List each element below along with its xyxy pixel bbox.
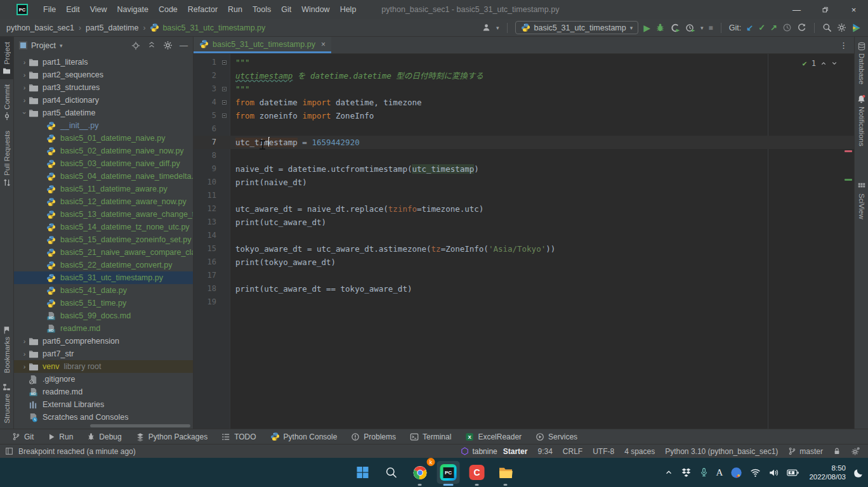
tree-chevron-icon[interactable]: › bbox=[20, 84, 29, 91]
menu-edit[interactable]: Edit bbox=[61, 0, 85, 19]
fold-marker-icon[interactable] bbox=[222, 60, 227, 65]
stripe-item-pull-requests[interactable]: Pull Requests bbox=[0, 126, 13, 192]
file-encoding[interactable]: UTF-8 bbox=[593, 447, 614, 456]
toolwindow-button-excelreader[interactable]: XExcelReader bbox=[458, 429, 529, 444]
profiler-button[interactable] bbox=[685, 23, 695, 33]
tree-horizontal-scrollbar[interactable] bbox=[90, 424, 190, 427]
debug-button[interactable] bbox=[655, 23, 665, 32]
update-project-button[interactable]: ↙ bbox=[746, 23, 753, 32]
menu-file[interactable]: File bbox=[38, 0, 61, 19]
toolwindow-button-problems[interactable]: Problems bbox=[344, 429, 403, 444]
editor-body[interactable]: 1"""2utctimestamp を datetime.datetime 型の… bbox=[194, 54, 854, 429]
tab-basic5-31-utc-timestamp[interactable]: basic5_31_utc_timestamp.py × bbox=[194, 37, 331, 53]
fold-marker-icon[interactable] bbox=[222, 100, 227, 105]
prev-problem-icon[interactable] bbox=[820, 60, 827, 67]
lock-icon[interactable] bbox=[833, 447, 841, 455]
git-branch-widget[interactable]: master bbox=[788, 447, 823, 456]
wifi-icon[interactable] bbox=[750, 468, 761, 477]
tree-item-external-libraries[interactable]: External Libraries bbox=[14, 398, 193, 411]
battery-icon[interactable] bbox=[787, 469, 799, 477]
project-panel-title[interactable]: Project bbox=[31, 41, 56, 50]
tree-item-part7-str[interactable]: ›part7_str bbox=[14, 347, 193, 360]
tree-item-gitignore[interactable]: .gitignore bbox=[14, 373, 193, 386]
plugin-logo-icon[interactable] bbox=[852, 23, 862, 33]
code-line-6[interactable]: 6 bbox=[194, 122, 854, 136]
menu-tools[interactable]: Tools bbox=[247, 0, 276, 19]
taskbar-search-icon[interactable] bbox=[380, 461, 403, 484]
tree-chevron-icon[interactable]: › bbox=[21, 109, 29, 117]
run-configuration-select[interactable]: basic5_31_utc_timestamp ▾ bbox=[515, 21, 639, 34]
settings-gear-icon[interactable] bbox=[837, 23, 846, 32]
tree-item-basic5-03-datetime-naive-diff-py[interactable]: basic5_03_datetime_naive_diff.py bbox=[14, 157, 193, 170]
stripe-item-commit[interactable]: Commit bbox=[0, 79, 13, 126]
tabnine-widget[interactable]: tabnine Starter bbox=[461, 447, 527, 456]
menu-code[interactable]: Code bbox=[154, 0, 183, 19]
tree-item-part2-sequences[interactable]: ›part2_sequences bbox=[14, 68, 193, 81]
tree-item-readme-md-26[interactable]: MDreadme.md bbox=[14, 386, 193, 398]
pycharm-taskbar-icon[interactable]: PC bbox=[437, 461, 460, 484]
tree-chevron-icon[interactable]: › bbox=[20, 71, 29, 79]
file-explorer-icon[interactable] bbox=[494, 461, 517, 484]
tree-chevron-icon[interactable]: › bbox=[20, 350, 29, 358]
line-number-16[interactable]: 16 bbox=[194, 256, 230, 269]
menu-refactor[interactable]: Refactor bbox=[183, 0, 223, 19]
code-line-14[interactable]: 14 bbox=[194, 229, 854, 242]
search-everywhere-icon[interactable] bbox=[822, 23, 832, 32]
microphone-icon[interactable] bbox=[699, 467, 709, 477]
python-interpreter[interactable]: Python 3.10 (python_basic_sec1) bbox=[665, 447, 778, 456]
next-problem-icon[interactable] bbox=[831, 60, 838, 67]
chevron-down-icon[interactable]: ▾ bbox=[496, 25, 499, 31]
line-number-14[interactable]: 14 bbox=[194, 229, 230, 242]
stripe-item-sciview[interactable]: SciView bbox=[855, 177, 868, 224]
tree-item-basic5-13-datetime-aware-change-tz-py[interactable]: basic5_13_datetime_aware_change_tz.py bbox=[14, 208, 193, 221]
chevron-down-icon[interactable]: ▾ bbox=[60, 42, 63, 49]
line-number-11[interactable]: 11 bbox=[194, 189, 230, 202]
code-line-4[interactable]: 4from datetime import datetime, timezone bbox=[194, 96, 854, 109]
push-button[interactable]: ↗ bbox=[770, 23, 777, 32]
code-line-1[interactable]: 1""" bbox=[194, 56, 854, 69]
code-line-18[interactable]: 18print(utc_aware_dt == tokyo_aware_dt) bbox=[194, 282, 854, 295]
code-line-3[interactable]: 3""" bbox=[194, 82, 854, 96]
tree-item-part3-structures[interactable]: ›part3_structures bbox=[14, 81, 193, 94]
toolwindow-button-services[interactable]: Services bbox=[529, 429, 584, 444]
menu-view[interactable]: View bbox=[85, 0, 112, 19]
dropbox-icon[interactable] bbox=[681, 467, 692, 478]
breadcrumb-package[interactable]: part5_datetime bbox=[86, 23, 138, 32]
code-line-19[interactable]: 19 bbox=[194, 295, 854, 309]
stop-button[interactable]: ■ bbox=[709, 24, 713, 32]
tree-item-basic5-02-datetime-naive-now-py[interactable]: basic5_02_datetime_naive_now.py bbox=[14, 145, 193, 157]
tree-item-readme-md-21[interactable]: MDreadme.md bbox=[14, 322, 193, 335]
tree-item-basic5-99-docs-md[interactable]: MDbasic5_99_docs.md bbox=[14, 309, 193, 322]
history-button[interactable] bbox=[782, 23, 792, 32]
line-number-13[interactable]: 13 bbox=[194, 216, 230, 229]
pycharm-logo-icon[interactable]: PC bbox=[16, 4, 28, 15]
tree-item-init-py[interactable]: __init__.py bbox=[14, 119, 193, 132]
code-line-15[interactable]: 15tokyo_aware_dt = utc_aware_dt.astimezo… bbox=[194, 242, 854, 256]
code-line-8[interactable]: 8 bbox=[194, 149, 854, 162]
toolwindow-button-terminal[interactable]: Terminal bbox=[403, 429, 458, 444]
select-opened-file-icon[interactable] bbox=[131, 41, 140, 50]
tree-item-part5-datetime[interactable]: ›part5_datetime bbox=[14, 107, 193, 119]
menu-run[interactable]: Run bbox=[223, 0, 247, 19]
stripe-item-project[interactable]: Project bbox=[0, 37, 13, 79]
tree-item-basic5-51-time-py[interactable]: basic5_51_time.py bbox=[14, 297, 193, 309]
fold-marker-icon[interactable] bbox=[222, 87, 227, 91]
focus-assist-moon-icon[interactable] bbox=[853, 467, 864, 478]
indent-setting[interactable]: 4 spaces bbox=[624, 447, 655, 456]
line-number-10[interactable]: 10 bbox=[194, 176, 230, 189]
run-button[interactable]: ▶ bbox=[643, 23, 650, 32]
line-number-7[interactable]: 7 bbox=[194, 136, 230, 149]
chrome-icon[interactable]: k bbox=[409, 461, 431, 484]
tree-item-basic5-15-datetime-zoneinfo-set-py[interactable]: basic5_15_datetime_zoneinfo_set.py bbox=[14, 233, 193, 246]
tree-item-basic5-41-date-py[interactable]: basic5_41_date.py bbox=[14, 284, 193, 297]
start-button[interactable] bbox=[352, 461, 374, 484]
error-stripe-mark-pink[interactable] bbox=[845, 150, 852, 152]
rollback-button[interactable] bbox=[797, 23, 806, 32]
fold-marker-icon[interactable] bbox=[222, 114, 227, 118]
stripe-item-database[interactable]: Database bbox=[855, 37, 868, 89]
line-number-2[interactable]: 2 bbox=[194, 69, 230, 82]
chevron-down-icon[interactable]: ▾ bbox=[700, 25, 704, 31]
line-number-6[interactable]: 6 bbox=[194, 122, 230, 136]
stripe-item-notifications[interactable]: Notifications bbox=[855, 89, 868, 152]
line-number-12[interactable]: 12 bbox=[194, 202, 230, 216]
